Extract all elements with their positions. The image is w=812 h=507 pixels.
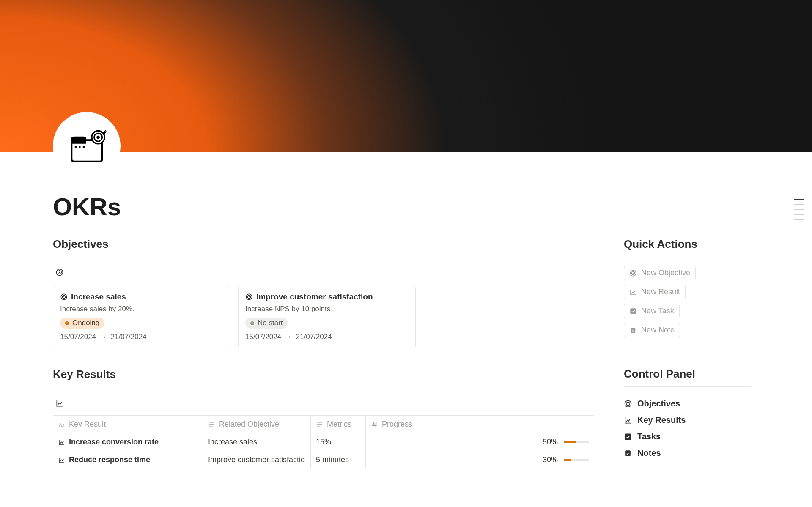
column-metrics[interactable]: Metrics <box>311 416 366 433</box>
arrow-icon: → <box>285 333 292 341</box>
kr-metrics: 5 minutes <box>311 451 366 469</box>
kr-name: Reduce response time <box>69 455 150 464</box>
svg-rect-9 <box>71 137 86 142</box>
text-icon <box>58 421 66 428</box>
column-label: Metrics <box>327 420 351 429</box>
table-header: Key Result Related Objective Metrics <box>53 415 594 433</box>
column-progress[interactable]: Progress <box>366 416 594 433</box>
chart-icon <box>58 438 66 446</box>
divider <box>624 465 751 465</box>
svg-point-12 <box>82 146 85 148</box>
objective-title: Increase sales <box>71 292 126 301</box>
check-icon <box>624 433 632 441</box>
divider <box>53 387 594 387</box>
objective-dates: 15/07/2024 → 21/07/2024 <box>245 333 409 341</box>
outline-line[interactable] <box>794 204 804 205</box>
table-row[interactable]: Reduce response time Improve customer sa… <box>53 451 594 469</box>
objective-card[interactable]: Improve customer satisfaction Increase N… <box>238 286 416 348</box>
key-results-view-tab[interactable] <box>53 396 594 415</box>
cp-label: Notes <box>637 448 661 458</box>
control-panel-notes[interactable]: Notes <box>624 445 751 461</box>
folder-target-icon <box>67 126 107 166</box>
divider <box>624 257 751 257</box>
objective-card[interactable]: Increase sales Increase sales by 20%. On… <box>53 286 230 348</box>
note-icon <box>624 449 632 458</box>
outline-line[interactable] <box>794 199 804 200</box>
objective-title: Improve customer satisfaction <box>256 292 373 301</box>
status-dot <box>250 321 254 325</box>
objectives-heading: Objectives <box>53 238 594 251</box>
column-label: Key Result <box>69 420 106 429</box>
divider <box>624 386 751 387</box>
chart-icon <box>55 399 64 408</box>
lines-icon <box>316 421 324 428</box>
new-note-button[interactable]: New Note <box>624 323 680 337</box>
svg-point-15 <box>96 135 100 139</box>
new-result-button[interactable]: New Result <box>624 285 686 299</box>
svg-point-11 <box>79 146 81 148</box>
objective-description: Increase NPS by 10 points <box>245 305 409 313</box>
button-label: New Task <box>641 307 674 315</box>
objectives-view-tab[interactable] <box>53 266 594 286</box>
control-panel-objectives[interactable]: Objectives <box>624 395 751 412</box>
date-end: 21/07/2024 <box>111 333 147 341</box>
divider <box>624 359 751 359</box>
progress-bar <box>564 459 589 461</box>
arrow-icon: → <box>100 333 107 341</box>
outline-indicator[interactable] <box>794 199 804 220</box>
column-label: Progress <box>382 420 412 429</box>
table-row[interactable]: Increase conversion rate Increase sales … <box>53 433 594 451</box>
column-label: Related Objective <box>219 420 279 429</box>
column-related-objective[interactable]: Related Objective <box>203 416 311 433</box>
kr-objective: Improve customer satisfactio <box>203 451 311 469</box>
control-panel-tasks[interactable]: Tasks <box>624 428 751 445</box>
status-badge: Ongoing <box>60 318 104 329</box>
lines-icon <box>208 421 216 428</box>
cp-label: Key Results <box>637 415 686 425</box>
kr-name: Increase conversion rate <box>69 438 159 447</box>
note-icon <box>629 326 637 334</box>
cp-label: Tasks <box>637 432 661 441</box>
svg-point-10 <box>74 146 77 148</box>
date-start: 15/07/2024 <box>245 333 281 341</box>
chart-icon <box>629 288 637 296</box>
progress-fill <box>564 459 571 461</box>
key-results-table: Key Result Related Objective Metrics <box>53 415 594 469</box>
button-label: New Note <box>641 326 675 334</box>
new-objective-button[interactable]: New Objective <box>624 266 696 280</box>
button-label: New Result <box>641 288 680 296</box>
hash-icon <box>371 421 379 428</box>
date-start: 15/07/2024 <box>60 333 96 341</box>
check-icon <box>629 307 637 315</box>
divider <box>53 257 594 257</box>
progress-bar <box>564 441 589 443</box>
control-panel-key-results[interactable]: Key Results <box>624 412 751 428</box>
outline-line[interactable] <box>794 209 804 210</box>
page-title[interactable]: OKRs <box>53 192 812 221</box>
target-icon <box>629 269 637 277</box>
status-dot <box>65 321 69 325</box>
status-badge: No start <box>245 318 288 329</box>
outline-line[interactable] <box>794 219 804 220</box>
target-icon <box>245 293 253 301</box>
cp-label: Objectives <box>637 399 680 408</box>
target-icon <box>624 400 632 408</box>
date-end: 21/07/2024 <box>296 333 332 341</box>
kr-objective: Increase sales <box>203 433 311 451</box>
status-label: Ongoing <box>72 319 99 327</box>
objective-dates: 15/07/2024 → 21/07/2024 <box>60 333 223 341</box>
chart-icon <box>58 456 66 464</box>
cover-image <box>0 0 812 152</box>
chart-icon <box>624 416 632 425</box>
progress-percent: 50% <box>538 438 558 447</box>
page-icon[interactable] <box>53 112 121 180</box>
outline-line[interactable] <box>794 214 804 215</box>
status-label: No start <box>258 319 283 327</box>
new-task-button[interactable]: New Task <box>624 304 680 318</box>
column-key-result[interactable]: Key Result <box>53 416 203 433</box>
key-results-heading: Key Results <box>53 368 594 381</box>
quick-actions-heading: Quick Actions <box>624 238 751 251</box>
progress-fill <box>564 441 576 443</box>
progress-percent: 30% <box>538 455 558 464</box>
kr-metrics: 15% <box>311 433 366 451</box>
